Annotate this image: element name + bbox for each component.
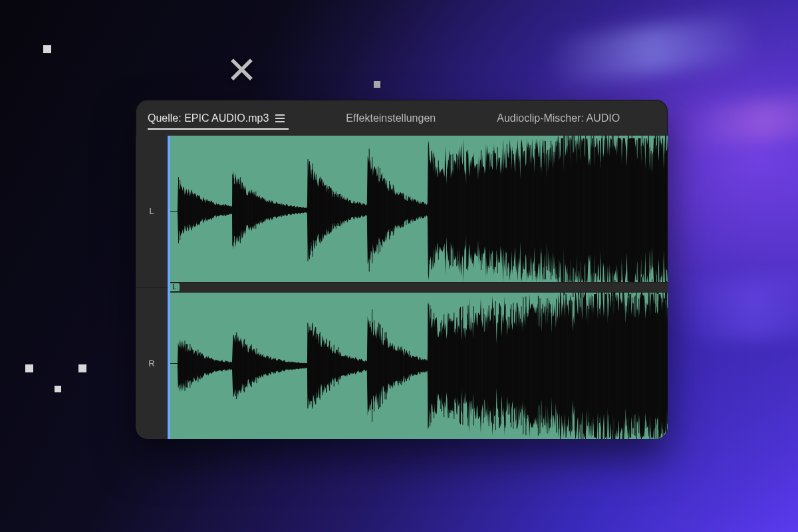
pixel-decor	[78, 364, 86, 372]
pixel-decor	[374, 81, 380, 88]
channel-divider: L	[168, 282, 668, 293]
tab-source-label: Quelle: EPIC AUDIO.mp3	[148, 112, 269, 124]
playhead[interactable]	[168, 136, 170, 439]
panel-tabs: Quelle: EPIC AUDIO.mp3 Effekteinstellung…	[136, 100, 668, 136]
panel-menu-icon[interactable]	[275, 114, 285, 122]
waveform-area[interactable]: L	[168, 136, 668, 439]
waveform-container: L R L	[136, 136, 668, 439]
close-icon[interactable]: ✕	[226, 52, 257, 89]
source-monitor-panel: Quelle: EPIC AUDIO.mp3 Effekteinstellung…	[136, 100, 668, 439]
tab-effect-controls[interactable]: Effekteinstellungen	[346, 112, 436, 124]
pixel-decor	[43, 45, 51, 53]
pixel-decor	[25, 364, 33, 372]
channel-gutter-left: L	[136, 136, 168, 288]
channel-label-right: R	[148, 358, 154, 368]
tab-effects-label: Effekteinstellungen	[346, 112, 436, 124]
pixel-decor	[55, 386, 61, 392]
channel-label-left: L	[149, 206, 154, 216]
tab-mixer-label: Audioclip-Mischer: AUDIO	[497, 112, 620, 124]
divider-badge: L	[169, 283, 180, 291]
channel-gutter: L R	[136, 136, 168, 439]
channel-gutter-right: R	[136, 288, 168, 440]
tab-source[interactable]: Quelle: EPIC AUDIO.mp3	[148, 112, 285, 124]
tab-audio-mixer[interactable]: Audioclip-Mischer: AUDIO	[497, 112, 620, 124]
